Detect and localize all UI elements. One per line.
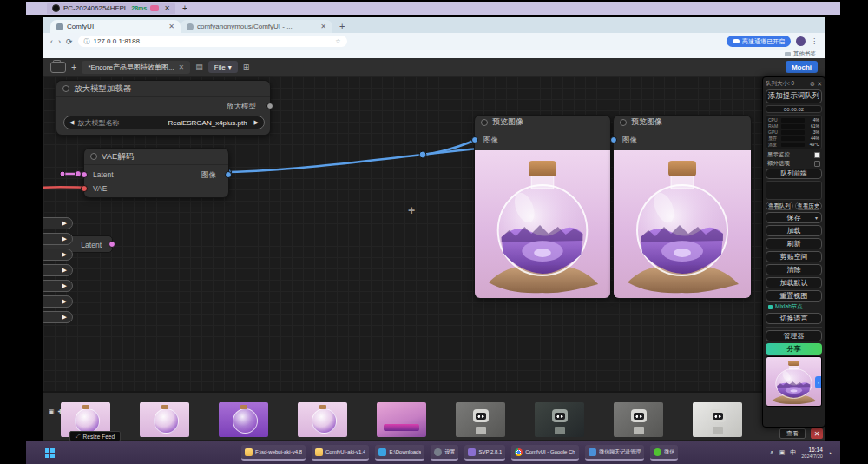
menu-action-button[interactable]: 加载默认 — [766, 277, 822, 288]
node-header[interactable]: VAE解码 — [84, 149, 228, 165]
preview-image-right[interactable] — [614, 150, 751, 298]
node-header[interactable]: 预览图像 — [614, 116, 751, 129]
node-header[interactable]: 预览图像 — [475, 116, 610, 129]
latest-output-thumbnail[interactable]: ‹ — [766, 356, 822, 407]
workflow-tab[interactable]: *Encore产品早图特效单图... ✕ — [82, 61, 190, 74]
collapse-dot-icon[interactable] — [90, 153, 97, 160]
extra-options-row[interactable]: 额外选项 — [766, 160, 822, 167]
latent-output-slot[interactable] — [108, 241, 115, 248]
mochi-button[interactable]: Mochi — [786, 61, 818, 73]
node-upscale-model-loader[interactable]: 放大模型加载器 放大模型 ◀ 放大模型名称 RealESRGAN_x4plus.… — [56, 80, 271, 136]
feed-thumbnail[interactable] — [377, 402, 426, 437]
browser-new-tab-button[interactable]: + — [339, 21, 345, 31]
image-feed-icon[interactable]: ▣ — [49, 408, 55, 415]
collapse-dot-icon[interactable] — [62, 85, 69, 92]
notification-icon[interactable]: ◔ — [828, 450, 832, 456]
upscale-model-output-slot[interactable] — [266, 103, 273, 109]
vae-input-slot[interactable] — [81, 185, 88, 192]
remote-new-tab-button[interactable]: + — [182, 3, 187, 13]
browser-tab-comfyui[interactable]: ComfyUI ✕ — [50, 20, 181, 33]
remote-tab-close-button[interactable]: ✕ — [164, 4, 170, 12]
taskbar-app-button[interactable]: ComfyUI-aki-v1.4 — [312, 445, 369, 461]
extension-status-pill[interactable]: 高速通道已开启 — [727, 36, 791, 47]
taskbar-app-button[interactable]: SVP 2.8.1 — [464, 445, 505, 461]
site-info-icon[interactable]: ⓘ — [84, 37, 90, 46]
node-preview-image-right[interactable]: 预览图像 图像 — [613, 115, 752, 299]
taskbar-app-button[interactable]: F:\sd-webui-aki-v4.8 — [241, 445, 306, 461]
clock[interactable]: 16:14 2024/7/20 — [801, 447, 822, 458]
next-value-icon[interactable]: ▶ — [254, 119, 259, 126]
switch-language-button[interactable]: 切换语言 — [766, 313, 822, 324]
back-button[interactable]: ‹ — [50, 37, 53, 46]
offscreen-widget-arrow[interactable]: ▶ — [43, 264, 73, 276]
address-bar[interactable]: ⓘ 127.0.0.1:8188 ☆ — [78, 36, 347, 47]
offscreen-widget-arrow[interactable]: ▶ — [43, 295, 73, 308]
close-icon[interactable]: ✕ — [817, 81, 822, 88]
feed-thumbnail[interactable] — [614, 402, 663, 437]
offscreen-widget-arrow[interactable]: ▶ — [43, 311, 73, 323]
queue-prompt-button[interactable]: 添加提示词队列 — [766, 89, 822, 103]
image-input-slot[interactable] — [610, 136, 617, 143]
menu-action-button[interactable]: 刷新 — [766, 238, 822, 249]
taskbar-app-button[interactable]: 设置 — [431, 445, 458, 461]
latent-input-slot[interactable] — [81, 171, 88, 178]
taskbar-app-button[interactable]: 微信聊天记录管理 — [585, 445, 644, 461]
new-workflow-button[interactable]: + — [71, 62, 76, 72]
network-icon[interactable]: ▣ — [779, 449, 786, 456]
menu-action-button[interactable]: 剪贴空间 — [766, 251, 822, 262]
image-output-slot[interactable] — [225, 171, 232, 178]
thumbnail-side-tag[interactable]: ‹ — [815, 376, 822, 388]
node-header[interactable]: 放大模型加载器 — [56, 81, 270, 97]
collapse-dot-icon[interactable] — [481, 119, 488, 126]
other-bookmarks-button[interactable]: 其他书签 — [793, 50, 816, 58]
show-monitor-row[interactable]: 显示监控 — [766, 151, 822, 158]
tray-chevron-icon[interactable]: ∧ — [770, 449, 774, 456]
menu-action-button[interactable]: 保存 ▾ — [766, 212, 822, 223]
feed-thumbnail[interactable] — [456, 402, 505, 437]
feed-thumbnail[interactable] — [140, 402, 189, 437]
view-queue-button[interactable]: 查看队列 — [766, 202, 793, 210]
profile-avatar[interactable] — [796, 36, 806, 46]
node-vae-decode[interactable]: VAE解码 Latent VAE 图像 — [83, 148, 229, 198]
gear-icon[interactable]: ⚙ — [810, 81, 815, 88]
prev-value-icon[interactable]: ◀ — [69, 119, 74, 126]
feed-close-button[interactable]: ✕ — [811, 428, 823, 439]
offscreen-widget-arrow[interactable]: ▶ — [43, 249, 73, 261]
node-preview-image-left[interactable]: 预览图像 图像 — [474, 115, 611, 299]
reload-button[interactable]: ⟳ — [66, 37, 73, 46]
feed-thumbnail[interactable] — [693, 402, 742, 437]
file-menu-button[interactable]: File ▾ — [208, 61, 238, 73]
grid-view-icon[interactable]: ▤ — [195, 63, 203, 71]
collapse-dot-icon[interactable] — [620, 119, 627, 126]
mixlab-nodes-toggle[interactable]: Mixlab节点 — [766, 303, 822, 311]
share-button[interactable]: 分享 — [766, 343, 822, 355]
show-monitor-checkbox[interactable] — [814, 152, 820, 158]
forward-button[interactable]: › — [58, 37, 61, 46]
ime-language-indicator[interactable]: 中 — [790, 448, 796, 457]
feed-thumbnail[interactable] — [219, 402, 268, 437]
start-button[interactable] — [45, 448, 55, 458]
manager-button[interactable]: 管理器 — [766, 330, 822, 341]
queue-front-button[interactable]: 队列前端 — [766, 169, 822, 179]
workflow-tab-close-icon[interactable]: ✕ — [179, 63, 185, 71]
taskbar-app-button[interactable]: E:\Downloads — [375, 445, 424, 461]
model-name-combo-widget[interactable]: ◀ 放大模型名称 RealESRGAN_x4plus.pth ▶ — [63, 116, 265, 129]
remote-session-tab[interactable]: PC-202406254HFPL 28ms ✕ — [47, 3, 175, 14]
resize-feed-button[interactable]: ⤢ Resize Feed — [69, 431, 121, 441]
tab-close-icon[interactable]: ✕ — [320, 23, 326, 30]
preview-image-left[interactable] — [475, 150, 610, 298]
image-input-slot[interactable] — [471, 136, 478, 143]
browser-tab-second[interactable]: comfyanonymous/ComfyUI - ... ✕ — [181, 20, 332, 33]
menu-action-button[interactable]: 重置视图 — [766, 290, 822, 302]
taskbar-app-button[interactable]: 微信 — [650, 445, 678, 461]
view-history-button[interactable]: 查看历史 — [795, 202, 823, 210]
extra-options-checkbox[interactable] — [814, 161, 820, 167]
offscreen-widget-arrow[interactable]: ▶ — [43, 280, 73, 292]
feed-thumbnail[interactable] — [298, 402, 347, 437]
node-canvas[interactable]: Latent ▶ ▶ ▶ ▶ — [43, 76, 825, 393]
menu-action-button[interactable]: 清除 — [766, 264, 822, 275]
feed-view-button[interactable]: 查看 — [779, 428, 806, 439]
map-view-icon[interactable]: ⊞ — [243, 63, 250, 71]
browser-menu-button[interactable]: ⋮ — [811, 37, 818, 45]
offscreen-widget-arrow[interactable]: ▶ — [43, 217, 73, 229]
